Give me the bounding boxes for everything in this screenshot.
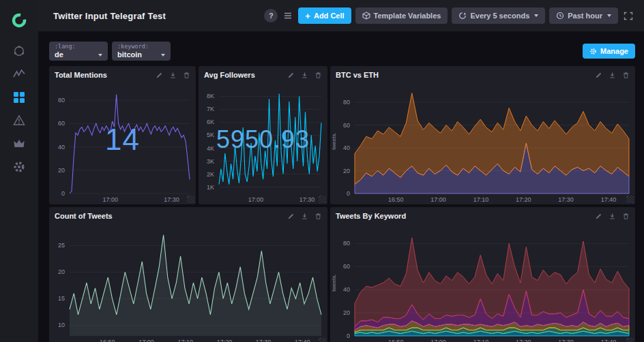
dashboard-title[interactable]: Twitter Input Telegraf Test	[53, 11, 166, 21]
sidebar-item-data-explorer[interactable]	[5, 63, 33, 86]
download-csv-icon[interactable]	[301, 213, 308, 220]
download-csv-icon[interactable]	[609, 72, 616, 79]
svg-text:60: 60	[343, 122, 350, 129]
edit-cell-icon[interactable]	[287, 72, 295, 79]
help-icon: ?	[269, 12, 274, 20]
chevron-down-icon	[98, 54, 102, 57]
dashboard-cell: Avg Followers 1K2K3K4K5K6K7K8K17:0017:30…	[199, 66, 327, 204]
dashboard-grid: Total Mentions 02040608017:0017:30 14 Av…	[38, 63, 644, 342]
svg-text:20: 20	[343, 309, 350, 316]
alert-triangle-icon	[12, 114, 26, 127]
chevron-down-icon	[161, 54, 165, 57]
svg-text:17:20: 17:20	[516, 196, 531, 203]
chronograf-logo[interactable]	[5, 7, 33, 34]
cell-title: BTC vs ETH	[336, 71, 379, 79]
cell-resize-handle[interactable]	[319, 196, 326, 203]
download-csv-icon[interactable]	[609, 213, 616, 220]
svg-text:40: 40	[58, 144, 65, 151]
template-variable-dropdown-keyword[interactable]: :keyword: bitcoin	[112, 42, 171, 61]
sidebar-item-dashboards[interactable]	[5, 86, 33, 109]
svg-text:0: 0	[347, 190, 350, 197]
graph-line-icon	[12, 67, 26, 81]
svg-text:tweets.: tweets.	[331, 274, 337, 291]
svg-text:17:10: 17:10	[473, 339, 489, 342]
svg-text:5K: 5K	[207, 131, 214, 138]
cell-resize-handle[interactable]	[626, 196, 634, 203]
svg-text:60: 60	[343, 263, 350, 270]
chevron-down-icon	[534, 14, 538, 17]
delete-cell-icon[interactable]	[314, 213, 322, 220]
delete-cell-icon[interactable]	[183, 72, 190, 79]
cell-actions	[287, 213, 322, 220]
list-toggle-button[interactable]	[282, 10, 294, 22]
svg-text:17:00: 17:00	[248, 196, 264, 203]
svg-text:17:00: 17:00	[138, 339, 154, 342]
manage-template-variables-button[interactable]: Manage	[583, 44, 635, 59]
sidebar-item-config[interactable]	[5, 155, 33, 178]
svg-text:4K: 4K	[207, 145, 214, 152]
help-button[interactable]: ?	[264, 9, 278, 22]
svg-text:60: 60	[58, 120, 65, 127]
svg-text:17:00: 17:00	[430, 196, 446, 203]
cell-resize-handle[interactable]	[319, 338, 326, 342]
presentation-mode-button[interactable]	[622, 10, 634, 22]
edit-cell-icon[interactable]	[156, 72, 163, 79]
svg-text:25: 25	[58, 242, 65, 249]
cell-header: Tweets By Keyword	[330, 207, 635, 225]
delete-cell-icon[interactable]	[622, 72, 630, 79]
svg-text:17:10: 17:10	[177, 339, 193, 342]
svg-text:17:40: 17:40	[295, 339, 310, 342]
timerange-dropdown[interactable]: Past hour	[549, 7, 618, 24]
clock-icon	[556, 12, 564, 20]
delete-cell-icon[interactable]	[622, 213, 630, 220]
cell-chart[interactable]: 02040608016:5017:0017:1017:2017:3017:40t…	[330, 84, 635, 204]
svg-text:3K: 3K	[207, 158, 214, 165]
svg-text:17:20: 17:20	[516, 339, 531, 342]
gear-icon	[589, 48, 597, 55]
svg-text:20: 20	[343, 168, 350, 174]
svg-text:17:40: 17:40	[601, 196, 617, 203]
cell-resize-handle[interactable]	[187, 196, 194, 203]
cell-chart[interactable]: 1K2K3K4K5K6K7K8K17:0017:30	[199, 84, 327, 204]
autorefresh-label: Every 5 seconds	[470, 12, 529, 20]
cell-chart[interactable]: 1015202516:5017:0017:1017:2017:3017:40	[49, 225, 327, 342]
cell-chart[interactable]: 02040608016:5017:0017:1017:2017:3017:40t…	[330, 225, 635, 342]
cell-chart[interactable]: 02040608017:0017:30	[49, 84, 196, 204]
template-variable-dropdown-lang[interactable]: :lang: de	[49, 42, 108, 61]
edit-cell-icon[interactable]	[595, 72, 602, 79]
svg-text:17:00: 17:00	[103, 196, 119, 203]
svg-text:0: 0	[347, 332, 350, 339]
svg-text:1K: 1K	[207, 184, 214, 191]
delete-cell-icon[interactable]	[314, 72, 322, 79]
svg-text:17:30: 17:30	[558, 196, 574, 203]
svg-text:40: 40	[343, 286, 350, 293]
sidebar-item-hosts[interactable]	[5, 40, 33, 63]
download-csv-icon[interactable]	[301, 72, 308, 79]
template-variable-value: de	[55, 50, 63, 59]
download-csv-icon[interactable]	[169, 72, 177, 79]
template-variable-value: bitcoin	[117, 50, 142, 59]
svg-text:17:30: 17:30	[558, 339, 574, 342]
edit-cell-icon[interactable]	[287, 213, 295, 220]
svg-text:0: 0	[61, 190, 65, 197]
add-cell-button[interactable]: + Add Cell	[298, 7, 351, 24]
cell-resize-handle[interactable]	[626, 338, 634, 342]
sidebar-item-alerts[interactable]	[5, 109, 33, 132]
template-variables-button[interactable]: Template Variables	[355, 7, 448, 24]
presentation-mode-icon	[624, 12, 633, 20]
list-icon	[283, 11, 293, 20]
sidebar-item-admin[interactable]	[5, 132, 33, 155]
dashboard-cell: BTC vs ETH 02040608016:5017:0017:1017:20…	[330, 66, 635, 204]
cell-actions	[156, 72, 190, 79]
manage-label: Manage	[600, 47, 628, 55]
add-cell-label: Add Cell	[314, 12, 345, 20]
cell-header: Avg Followers	[199, 66, 327, 84]
svg-text:16:50: 16:50	[388, 196, 404, 203]
timerange-label: Past hour	[568, 12, 602, 20]
edit-cell-icon[interactable]	[595, 213, 602, 220]
page-header: Twitter Input Telegraf Test ? + Add Cell…	[38, 0, 644, 31]
cell-title: Avg Followers	[204, 71, 255, 79]
autorefresh-dropdown[interactable]: Every 5 seconds	[452, 7, 545, 24]
cell-header: Total Mentions	[49, 66, 196, 84]
svg-text:17:30: 17:30	[256, 339, 272, 342]
